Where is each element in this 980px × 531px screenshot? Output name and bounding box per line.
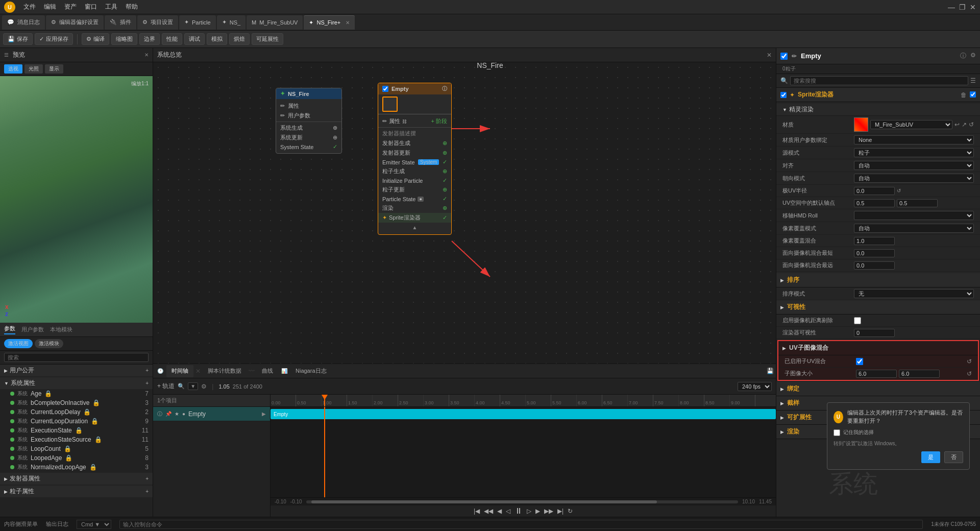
ns-fire-node[interactable]: ✦ NS_Fire ✏ 属性 ✏ 用户参数 <box>276 88 342 154</box>
track-pin-icon[interactable]: 📌 <box>165 411 172 417</box>
simulate-button[interactable]: 模拟 <box>207 33 227 45</box>
output-log-button[interactable]: 输出日志 <box>46 520 68 528</box>
params-search-input[interactable] <box>4 353 149 362</box>
minimize-button[interactable]: — <box>948 3 955 11</box>
particle-update-icon[interactable]: ⊕ <box>443 186 447 193</box>
alignment-select[interactable]: 自动 <box>854 161 974 170</box>
ns-fire-sys-update-item[interactable]: 系统更新 ⊕ <box>276 133 341 142</box>
sprite-visible-check[interactable] <box>970 91 976 98</box>
tab-close-button[interactable]: ✕ <box>346 20 350 26</box>
transport-next-frame[interactable]: ▶▶ <box>544 508 553 515</box>
menu-window[interactable]: 窗口 <box>85 3 97 11</box>
select-view-button[interactable]: 选视 <box>4 64 22 74</box>
track-star-icon[interactable]: ★ <box>175 411 179 417</box>
menu-asset[interactable]: 资产 <box>64 3 77 11</box>
transport-step-fwd[interactable]: ▶ <box>535 508 540 515</box>
notification-yes-button[interactable]: 是 <box>921 451 940 463</box>
empty-emitter-state[interactable]: Emitter State System ✓ <box>378 158 451 166</box>
tab-editor-prefs[interactable]: ⚙ 编辑器偏好设置 <box>46 15 104 30</box>
viewport-menu-icon[interactable]: ☰ <box>4 52 9 58</box>
tab-m-fire-subuv[interactable]: M M_Fire_SubUV <box>247 15 303 30</box>
compile-button[interactable]: ⚙ 编译 <box>82 33 109 45</box>
pixel-cov-mode-select[interactable]: 自动 <box>854 224 974 233</box>
param-exec-state[interactable]: 系统 ExecutionState 🔒 11 <box>0 426 153 435</box>
add-particle-attr-button[interactable]: + <box>145 489 149 494</box>
inspector-filter-icon[interactable]: ☰ <box>970 77 976 84</box>
uv-blend-reset-icon[interactable]: ↺ <box>967 358 972 365</box>
tab-curve[interactable]: 曲线 <box>257 365 278 377</box>
params-tab-params[interactable]: 参数 <box>4 325 15 334</box>
renderer-vis-input[interactable] <box>854 329 895 337</box>
transport-prev-frame[interactable]: ◀◀ <box>484 508 493 515</box>
empty-node-checkbox[interactable] <box>382 86 388 92</box>
timeline-tab-clock-icon[interactable]: 🕐 <box>155 368 165 374</box>
add-emitter-attr-button[interactable]: + <box>145 476 149 481</box>
material-select[interactable]: M_Fire_SubUV <box>870 120 952 129</box>
maximize-button[interactable]: ❐ <box>959 3 966 11</box>
empty-stage-add-button[interactable]: + 阶段 <box>431 117 447 125</box>
menu-file[interactable]: 文件 <box>23 3 36 11</box>
facing-mode-select[interactable]: 自动 <box>854 174 974 183</box>
tab-script-stats[interactable]: 脚本计统数据 <box>203 365 247 377</box>
close-button[interactable]: ✕ <box>970 3 976 11</box>
ns-fire-sys-state-item[interactable]: System State ✓ <box>276 142 341 151</box>
transport-step-back[interactable]: ◀ <box>497 508 502 515</box>
transport-play-back[interactable]: ◁ <box>506 508 510 515</box>
material-user-params-select[interactable]: None <box>854 135 974 144</box>
fps-select[interactable]: 240 fps <box>738 382 772 391</box>
empty-track-bar[interactable]: Empty <box>271 409 776 419</box>
scalability-button[interactable]: 可延展性 <box>252 33 283 45</box>
cam-blend-min-input[interactable] <box>854 249 895 257</box>
param-normalized-age[interactable]: 系统 NormalizedLoopAge 🔒 3 <box>0 463 153 472</box>
pixel-cov-blend-input[interactable] <box>854 237 895 245</box>
track-active-icon[interactable]: ● <box>182 411 185 417</box>
inspector-info-icon[interactable]: ⓘ <box>960 52 966 60</box>
tab-ns[interactable]: ✦ NS_ <box>217 15 246 30</box>
transport-play[interactable]: ▷ <box>527 508 531 515</box>
ns-fire-attr-item[interactable]: ✏ 属性 <box>276 101 341 111</box>
add-user-public-button[interactable]: + <box>145 368 149 373</box>
timeline-options-icon[interactable]: ⚙ <box>201 383 207 390</box>
menu-edit[interactable]: 编辑 <box>44 3 56 11</box>
uv-pivot-x-input[interactable] <box>854 199 895 207</box>
param-looped-age[interactable]: 系统 LoopedAge 🔒 8 <box>0 453 153 463</box>
graph-area[interactable]: ✦ NS_Fire ✏ 属性 ✏ 用户参数 <box>153 62 776 364</box>
empty-emitter-update[interactable]: 发射器更新 ⊕ <box>378 148 451 158</box>
system-overview-close-button[interactable]: ✕ <box>767 52 772 59</box>
empty-sprite-renderer[interactable]: ✦ Sprite渲染器 ✓ <box>378 213 451 223</box>
subimage-size-y-input[interactable] <box>899 370 940 378</box>
param-complete-inactive[interactable]: 系统 bCompleteOnInactive 🔒 3 <box>0 398 153 407</box>
transport-to-end[interactable]: ▶| <box>557 508 564 515</box>
inspector-settings-icon[interactable]: ⚙ <box>970 52 976 60</box>
menu-help[interactable]: 帮助 <box>126 3 138 11</box>
bake-button[interactable]: 烘焙 <box>229 33 250 45</box>
particle-attrs-section[interactable]: ▶ 粒子属性 + <box>0 486 153 497</box>
empty-node-info-icon[interactable]: ⓘ <box>442 85 447 92</box>
empty-init-particle[interactable]: Initialize Particle ✓ <box>378 176 451 185</box>
cam-blend-max-input[interactable] <box>854 261 895 270</box>
param-exec-src[interactable]: 系统 ExecutionStateSource 🔒 11 <box>0 435 153 444</box>
uv-pivot-y-input[interactable] <box>897 199 938 207</box>
inspector-search-input[interactable] <box>790 76 968 85</box>
lighting-button[interactable]: 光照 <box>24 64 43 74</box>
content-drawer-button[interactable]: 内容侧滑菜单 <box>4 520 38 528</box>
sys-update-add-icon[interactable]: ⊕ <box>333 134 337 141</box>
transport-pause[interactable]: ⏸ <box>514 506 523 516</box>
cam-cull-checkbox[interactable] <box>854 317 861 324</box>
transport-to-start[interactable]: |◀ <box>474 508 480 515</box>
sorting-section-header[interactable]: ▶ 排序 <box>776 273 980 287</box>
sprite-renderer-enable-check[interactable] <box>780 92 787 98</box>
param-age[interactable]: 系统 Age 🔒 7 <box>0 389 153 398</box>
tab-plugins[interactable]: 🔌 插件 <box>105 15 136 30</box>
material-reset-icon[interactable]: ↺ <box>969 121 974 128</box>
sprite-delete-icon[interactable]: 🗑 <box>961 91 967 99</box>
track-collapse-button[interactable]: ▶ <box>262 411 266 417</box>
subimage-size-x-input[interactable] <box>856 370 897 378</box>
show-button[interactable]: 显示 <box>45 64 63 74</box>
timeline-scrollbar[interactable] <box>306 500 738 503</box>
track-info-icon[interactable]: ⓘ <box>157 411 162 418</box>
empty-render[interactable]: 渲染 ⊕ <box>378 203 451 213</box>
polar-uv-input[interactable] <box>854 187 895 195</box>
ns-fire-sys-gen-item[interactable]: 系统生成 ⊕ <box>276 123 341 133</box>
tab-project-settings[interactable]: ⚙ 项目设置 <box>137 15 178 30</box>
